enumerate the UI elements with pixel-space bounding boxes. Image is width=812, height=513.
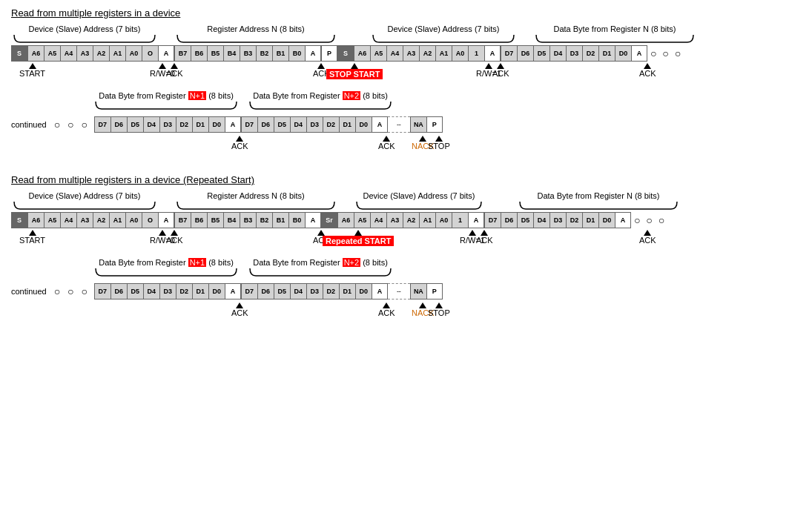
cell-1: 1 bbox=[468, 45, 484, 62]
cell-A0-2: A0 bbox=[452, 45, 468, 62]
cell-D7-1: D7 bbox=[501, 45, 517, 62]
cell-S2: S bbox=[337, 45, 354, 62]
brace-reg-addr-1: Register Address N (8 bits) bbox=[174, 24, 337, 44]
arrow-ack1-1: ACK bbox=[166, 63, 183, 78]
cell-D6-1: D6 bbox=[517, 45, 533, 62]
cont-label-1: continued bbox=[11, 120, 47, 129]
brace-n1-1: Data Byte from Register N+1 (8 bits) bbox=[93, 91, 240, 110]
cell-A2-1: A2 bbox=[93, 45, 109, 62]
main-reg-row-1: S A6 A5 A4 A3 A2 A1 A0 O A B7 B6 B5 B4 B… bbox=[11, 45, 801, 62]
brace-n2-1: Data Byte from Register N+2 (8 bits) bbox=[247, 91, 394, 110]
cell-A3-2: A3 bbox=[403, 45, 419, 62]
cell-A4-1: A4 bbox=[60, 45, 76, 62]
dots-1: ○ ○ ○ bbox=[650, 47, 682, 59]
cell-A1-1: A1 bbox=[109, 45, 125, 62]
cell-B3: B3 bbox=[240, 45, 256, 62]
arrows-row-2: START R/W=0 ACK ACK Repeated START R/W=1… bbox=[11, 230, 801, 258]
cont-braces-1: Data Byte from Register N+1 (8 bits) Dat… bbox=[93, 91, 801, 110]
cont-arrows-1: ACK ACK NACK STOP bbox=[93, 136, 801, 159]
arrow-stopstart-1: STOP START bbox=[326, 63, 383, 79]
brace-data-byte-2: Data Byte from Register N (8 bits) bbox=[517, 191, 680, 211]
cell-B5: B5 bbox=[207, 45, 223, 62]
cell-ACK2: A bbox=[305, 45, 321, 62]
cell-A5-2: A5 bbox=[370, 45, 386, 62]
cont-dots-1: ○ ○ ○ bbox=[54, 119, 90, 130]
cell-ACK1: A bbox=[158, 45, 174, 62]
brace-n2-2: Data Byte from Register N+2 (8 bits) bbox=[247, 258, 394, 277]
brace-device-addr-1: Device (Slave) Address (7 bits) bbox=[11, 24, 158, 44]
section1-title: Read from multiple registers in a device bbox=[11, 7, 801, 19]
arrow-repeated-start: Repeated START bbox=[323, 230, 394, 246]
cont-row-2: continued ○ ○ ○ D7 D6 D5 D4 D3 D2 D1 D0 … bbox=[11, 283, 801, 299]
cont-arrows-2: ACK ACK NACK STOP bbox=[93, 302, 801, 326]
cell-B7: B7 bbox=[174, 45, 191, 62]
brace-data-byte-1: Data Byte from Register N (8 bits) bbox=[533, 24, 696, 44]
section2: Read from multiple registers in a device… bbox=[11, 174, 801, 326]
cell-D5-1: D5 bbox=[533, 45, 549, 62]
arrow-ack3-1: ACK bbox=[492, 63, 509, 78]
arrow-start-1: START bbox=[19, 63, 45, 78]
cell-D3-1: D3 bbox=[566, 45, 582, 62]
cell-ACK3: A bbox=[484, 45, 501, 62]
cell-A6-2: A6 bbox=[354, 45, 370, 62]
cell-D4-1: D4 bbox=[549, 45, 566, 62]
cell-S1: S bbox=[11, 45, 27, 62]
cell-O1: O bbox=[142, 45, 158, 62]
cell-B4: B4 bbox=[223, 45, 240, 62]
section1: Read from multiple registers in a device… bbox=[11, 7, 801, 159]
brace-device-addr-2: Device (Slave) Address (7 bits) bbox=[370, 24, 517, 44]
brace-n1-2: Data Byte from Register N+1 (8 bits) bbox=[93, 258, 240, 277]
cell-B1: B1 bbox=[272, 45, 288, 62]
cell-B6: B6 bbox=[191, 45, 207, 62]
brace-device-addr-4: Device (Slave) Address (7 bits) bbox=[354, 191, 484, 211]
cell-D2-1: D2 bbox=[582, 45, 598, 62]
arrow-ack4-1: ACK bbox=[639, 63, 656, 78]
brace-device-addr-3: Device (Slave) Address (7 bits) bbox=[11, 191, 158, 211]
cell-P1: P bbox=[321, 45, 337, 62]
cell-D1-1: D1 bbox=[598, 45, 615, 62]
brace-reg-addr-2: Register Address N (8 bits) bbox=[174, 191, 337, 211]
cell-A0-1: A0 bbox=[125, 45, 142, 62]
cell-A6-1: A6 bbox=[27, 45, 44, 62]
cell-A2-2: A2 bbox=[419, 45, 435, 62]
cont-braces-2: Data Byte from Register N+1 (8 bits) Dat… bbox=[93, 258, 801, 277]
cell-B0: B0 bbox=[288, 45, 305, 62]
cell-A3-1: A3 bbox=[76, 45, 93, 62]
cell-ACK4: A bbox=[631, 45, 647, 62]
main-reg-row-2: S A6 A5 A4 A3 A2 A1 A0 O A B7 B6 B5 B4 B… bbox=[11, 212, 801, 228]
cell-B2: B2 bbox=[256, 45, 272, 62]
cell-A1-2: A1 bbox=[435, 45, 452, 62]
section2-title: Read from multiple registers in a device… bbox=[11, 174, 801, 185]
cell-A5-1: A5 bbox=[44, 45, 60, 62]
cell-D0-1: D0 bbox=[615, 45, 631, 62]
cell-A4-2: A4 bbox=[386, 45, 403, 62]
cont-row-1: continued ○ ○ ○ D7 D6 D5 D4 D3 D2 D1 D0 … bbox=[11, 116, 801, 133]
arrows-row-1: START R/W=0 ACK ACK STOP START R/W=1 bbox=[11, 63, 801, 91]
